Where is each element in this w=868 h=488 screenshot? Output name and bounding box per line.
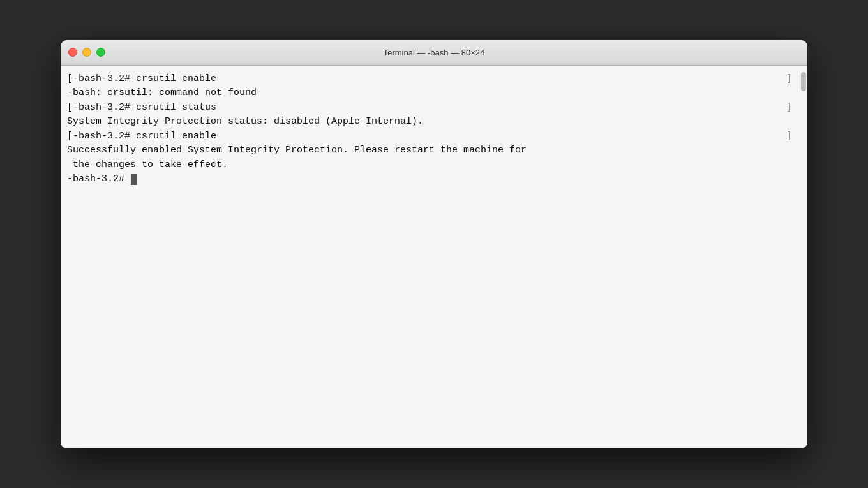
terminal-line: Successfully enabled System Integrity Pr… [67, 144, 795, 158]
terminal-line: [-bash-3.2# csrutil status ] [67, 101, 795, 115]
terminal-line: System Integrity Protection status: disa… [67, 115, 795, 129]
close-button[interactable] [68, 48, 77, 57]
terminal-line-text: [-bash-3.2# csrutil status [67, 101, 216, 115]
terminal-line-text: [-bash-3.2# crsutil enable [67, 72, 216, 87]
terminal-line-text: System Integrity Protection status: disa… [67, 115, 423, 129]
terminal-line: [-bash-3.2# csrutil enable ] [67, 129, 795, 144]
terminal-cursor [131, 174, 137, 185]
bracket-right-3: ] [786, 129, 792, 144]
desktop-background: Terminal — -bash — 80×24 [-bash-3.2# crs… [0, 0, 868, 488]
title-bar: Terminal — -bash — 80×24 [61, 40, 807, 66]
bracket-right-2: ] [786, 101, 792, 115]
terminal-prompt-text: -bash-3.2# [67, 172, 130, 187]
terminal-line-text: Successfully enabled System Integrity Pr… [67, 144, 527, 158]
terminal-line: -bash: crsutil: command not found [67, 86, 795, 101]
terminal-window: Terminal — -bash — 80×24 [-bash-3.2# crs… [61, 40, 807, 448]
terminal-line-text: [-bash-3.2# csrutil enable [67, 129, 216, 144]
maximize-button[interactable] [96, 48, 105, 57]
terminal-body[interactable]: [-bash-3.2# crsutil enable ] -bash: crsu… [61, 66, 807, 448]
window-buttons [68, 48, 105, 57]
scrollbar-indicator [801, 72, 806, 91]
terminal-line: the changes to take effect. [67, 158, 795, 173]
terminal-line-text: the changes to take effect. [67, 158, 228, 173]
window-title: Terminal — -bash — 80×24 [384, 48, 485, 57]
terminal-line-text: -bash: crsutil: command not found [67, 86, 257, 101]
terminal-line: [-bash-3.2# crsutil enable ] [67, 72, 795, 87]
bracket-right-1: ] [786, 72, 792, 87]
terminal-prompt-line: -bash-3.2# [67, 172, 795, 187]
minimize-button[interactable] [82, 48, 91, 57]
